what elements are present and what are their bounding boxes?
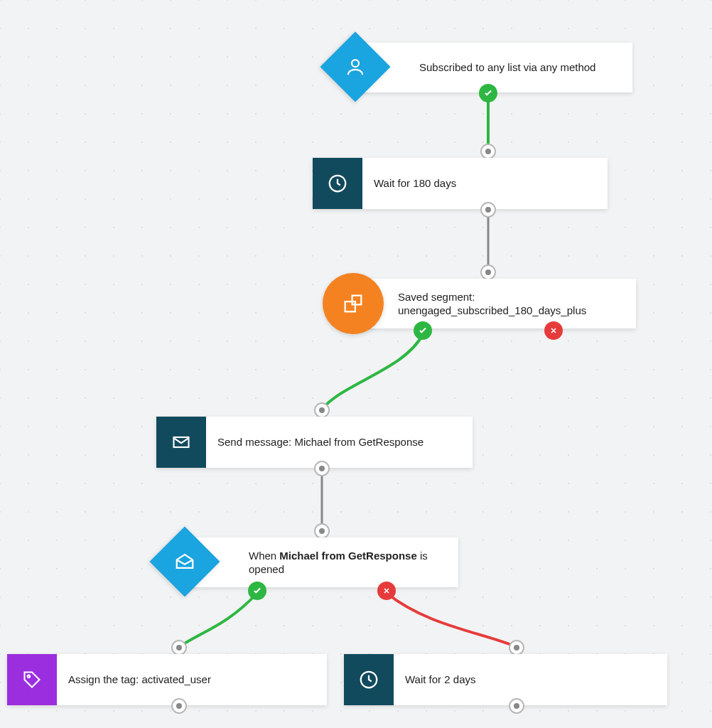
opened-label-prefix: When <box>249 550 279 562</box>
wait180-label: Wait for 180 days <box>374 176 456 191</box>
node-trigger-label: Subscribed to any list via any method <box>419 60 595 75</box>
segment-icon <box>341 291 365 316</box>
opened-no-badge[interactable] <box>377 582 396 600</box>
wait2-label: Wait for 2 days <box>405 673 475 687</box>
check-icon <box>418 326 428 336</box>
edge-opened-no-to-wait2 <box>0 0 712 728</box>
port-wait180-in[interactable] <box>480 144 496 159</box>
opened-yes-badge[interactable] <box>248 582 266 600</box>
port-opened-in[interactable] <box>314 523 330 539</box>
trigger-yes-badge[interactable] <box>479 84 497 102</box>
send-icon-box <box>156 417 206 468</box>
edge-opened-yes-to-assign <box>0 0 712 728</box>
edge-trigger-to-wait180 <box>0 0 712 728</box>
opened-label-bold: Michael from GetResponse <box>279 550 416 562</box>
segment-yes-badge[interactable] <box>414 321 432 340</box>
svg-point-5 <box>28 675 31 678</box>
node-trigger-subscribed[interactable]: Subscribed to any list via any method <box>355 43 632 92</box>
port-assign-in[interactable] <box>171 640 187 655</box>
edge-segment-yes-to-send <box>0 0 712 728</box>
segment-no-badge[interactable] <box>544 321 563 340</box>
port-assign-out[interactable] <box>171 698 187 714</box>
node-saved-segment[interactable]: Saved segment: unengaged_subscribed_180_… <box>355 279 636 328</box>
node-wait-180-days[interactable]: Wait for 180 days <box>313 158 608 209</box>
segment-circle <box>323 273 384 334</box>
svg-point-0 <box>352 60 359 67</box>
clock-icon <box>327 173 348 194</box>
port-wait2-out[interactable] <box>509 698 524 714</box>
port-wait2-in[interactable] <box>509 640 524 655</box>
node-wait-2-days[interactable]: Wait for 2 days <box>344 654 667 705</box>
tag-icon <box>22 670 42 690</box>
port-wait180-out[interactable] <box>480 202 496 218</box>
workflow-canvas[interactable]: Subscribed to any list via any method Wa… <box>0 0 712 728</box>
send-label: Send message: Michael from GetResponse <box>217 435 424 449</box>
node-message-opened[interactable]: When Michael from GetResponse is opened <box>185 537 458 587</box>
open-mail-icon <box>174 551 195 572</box>
port-send-in[interactable] <box>314 402 330 418</box>
wait2-icon-box <box>344 654 394 705</box>
user-icon <box>345 56 366 77</box>
port-send-out[interactable] <box>314 461 330 476</box>
node-send-message[interactable]: Send message: Michael from GetResponse <box>156 417 473 468</box>
send-label-prefix: Send message: <box>217 436 294 448</box>
svg-rect-2 <box>345 301 355 311</box>
edge-wait180-to-segment <box>0 0 712 728</box>
assign-icon-box <box>7 654 57 705</box>
send-label-value: Michael from GetResponse <box>294 436 424 448</box>
opened-label: When Michael from GetResponse is opened <box>249 549 447 577</box>
segment-label: Saved segment: unengaged_subscribed_180_… <box>398 290 625 318</box>
node-assign-tag[interactable]: Assign the tag: activated_user <box>7 654 327 705</box>
check-icon <box>252 586 262 596</box>
edge-send-to-opened <box>0 0 712 728</box>
close-icon <box>549 326 558 335</box>
svg-rect-3 <box>352 296 362 305</box>
assign-label: Assign the tag: activated_user <box>68 673 211 687</box>
wait180-icon-box <box>313 158 362 209</box>
mail-icon <box>171 432 191 452</box>
close-icon <box>382 587 391 595</box>
port-segment-in[interactable] <box>480 264 496 280</box>
check-icon <box>483 88 493 98</box>
clock-icon <box>358 669 379 690</box>
